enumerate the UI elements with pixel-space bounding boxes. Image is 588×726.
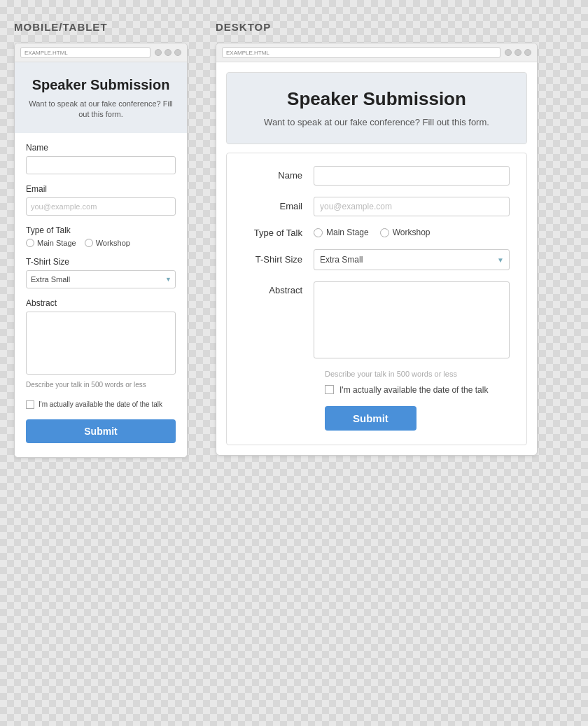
desktop-radio-label-1: Main Stage [326,228,369,237]
desktop-browser-frame: EXAMPLE.HTML Speaker Submission Want to … [216,43,538,456]
desktop-abstract-label: Abstract [244,281,314,295]
mobile-checkbox-box[interactable] [26,400,34,409]
desktop-browser-bar: EXAMPLE.HTML [216,43,537,62]
desktop-radio-label-2: Workshop [393,228,430,237]
desktop-email-label: Email [244,201,314,211]
mobile-name-label: Name [26,143,176,153]
desktop-content: Speaker Submission Want to speak at our … [216,72,537,445]
mobile-email-group: Email [26,184,176,216]
browser-circle-1 [155,49,162,56]
mobile-submit-button[interactable]: Submit [26,419,176,443]
desktop-name-label: Name [244,170,314,181]
mobile-abstract-group: Abstract Describe your talk in 500 words… [26,298,176,390]
mobile-radio-group: Main Stage Workshop [26,239,176,247]
desktop-talk-type-row: Type of Talk Main Stage Workshop [244,228,510,238]
desktop-form-title: Speaker Submission [248,88,505,110]
browser-circle-2 [164,49,172,56]
browser-circle-3 [174,49,181,56]
desktop-browser-circle-1 [505,49,512,56]
mobile-browser-url: EXAMPLE.HTML [20,47,150,58]
desktop-email-input[interactable] [314,197,510,216]
desktop-browser-controls [505,49,531,56]
desktop-radio-circle-1 [314,228,323,237]
desktop-form-box: Name Email Type of Talk [226,153,527,445]
mobile-radio-label-2: Workshop [96,239,130,247]
desktop-browser-url: EXAMPLE.HTML [222,47,500,58]
mobile-radio-circle-2 [85,239,93,247]
mobile-radio-circle-1 [26,239,34,247]
desktop-checkbox-label: I'm actually available the date of the t… [340,385,488,395]
desktop-form-subtitle: Want to speak at our fake conference? Fi… [248,116,505,130]
mobile-tshirt-label: T-Shirt Size [26,257,176,267]
desktop-browser-circle-3 [524,49,531,56]
mobile-browser-frame: EXAMPLE.HTML Speaker Submission Want to … [14,43,188,458]
mobile-tshirt-group: T-Shirt Size Extra Small Small Medium La… [26,257,176,288]
mobile-content: Speaker Submission Want to speak at our … [15,62,187,457]
mobile-talk-type-group: Type of Talk Main Stage Workshop [26,225,176,247]
desktop-submit-button[interactable]: Submit [325,406,416,431]
mobile-section-label: MOBILE/TABLET [14,21,108,33]
mobile-abstract-textarea[interactable] [26,312,176,375]
mobile-radio-workshop[interactable]: Workshop [85,239,130,247]
mobile-tshirt-select[interactable]: Extra Small Small Medium Large Extra Lar… [26,270,176,288]
mobile-name-input[interactable] [26,156,176,174]
mobile-checkbox-group: I'm actually available the date of the t… [26,400,176,410]
desktop-talk-type-label: Type of Talk [244,228,314,238]
mobile-browser-bar: EXAMPLE.HTML [15,43,187,62]
desktop-radio-workshop[interactable]: Workshop [380,228,430,237]
desktop-tshirt-select[interactable]: Extra Small Small Medium Large Extra Lar… [314,249,510,270]
desktop-radio-group: Main Stage Workshop [314,228,430,237]
mobile-email-label: Email [26,184,176,194]
mobile-header: Speaker Submission Want to speak at our … [15,62,187,133]
desktop-tshirt-row: T-Shirt Size Extra Small Small Medium La… [244,249,510,270]
desktop-submit-row: Submit [244,406,510,431]
mobile-form-title: Speaker Submission [26,76,176,93]
mobile-select-wrapper: Extra Small Small Medium Large Extra Lar… [26,270,176,288]
desktop-browser-circle-2 [514,49,522,56]
mobile-radio-label-1: Main Stage [37,239,76,247]
mobile-section: MOBILE/TABLET EXAMPLE.HTML Speaker Submi… [14,21,188,458]
mobile-name-group: Name [26,143,176,174]
mobile-checkbox-label: I'm actually available the date of the t… [38,400,162,410]
desktop-tshirt-label: T-Shirt Size [244,254,314,265]
mobile-browser-controls [155,49,181,56]
desktop-header: Speaker Submission Want to speak at our … [226,72,527,144]
mobile-form-subtitle: Want to speak at our fake conference? Fi… [26,99,176,120]
desktop-abstract-helper: Describe your talk in 500 words or less [244,370,510,378]
desktop-email-row: Email [244,197,510,216]
desktop-radio-circle-2 [380,228,389,237]
mobile-email-input[interactable] [26,197,176,216]
mobile-abstract-helper: Describe your talk in 500 words or less [26,380,176,390]
desktop-abstract-textarea[interactable] [314,281,510,358]
desktop-checkbox-box[interactable] [325,385,334,394]
desktop-radio-mainstage[interactable]: Main Stage [314,228,369,237]
mobile-talk-type-label: Type of Talk [26,225,176,235]
desktop-section-label: DESKTOP [216,21,271,33]
desktop-name-row: Name [244,166,510,186]
desktop-section: DESKTOP EXAMPLE.HTML Speaker Submission … [216,21,574,456]
mobile-form: Name Email Type of Talk [15,133,187,457]
desktop-checkbox-row: I'm actually available the date of the t… [244,385,510,395]
desktop-name-input[interactable] [314,166,510,186]
desktop-select-wrapper: Extra Small Small Medium Large Extra Lar… [314,249,510,270]
desktop-abstract-row: Abstract [244,281,510,358]
mobile-radio-mainstage[interactable]: Main Stage [26,239,76,247]
mobile-abstract-label: Abstract [26,298,176,308]
